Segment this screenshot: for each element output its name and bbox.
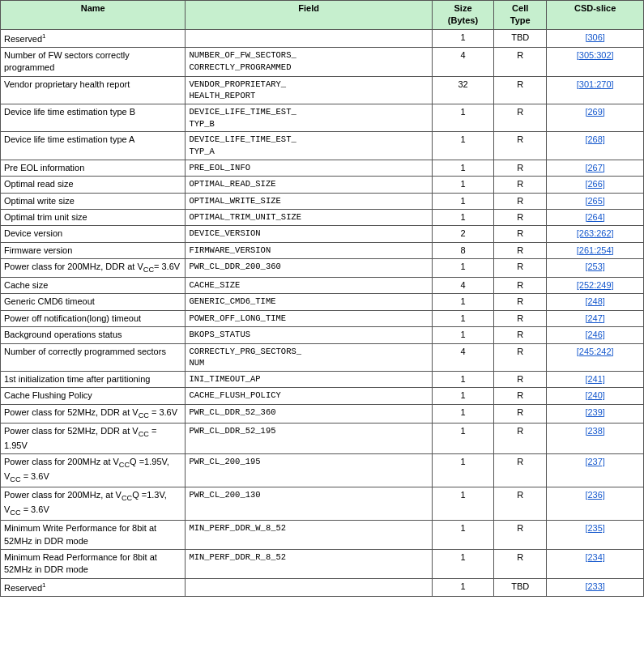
table-row: Device life time estimation type BDEVICE… [1,104,644,131]
cell-name: Power class for 200MHz at VCCQ =1.95V, V… [1,454,186,487]
cell-type: R [494,423,547,453]
cell-type: TBD [494,578,547,596]
cell-type: TBD [494,29,547,47]
cell-field: PWR_CL_DDR_52_360 [186,404,433,423]
cell-csd: [265] [547,193,644,209]
cell-field: POWER_OFF_LONG_TIME [186,310,433,326]
cell-type: R [494,226,547,242]
cell-name: Firmware version [1,242,186,258]
cell-csd: [269] [547,104,644,131]
cell-type: R [494,404,547,423]
cell-csd: [266] [547,177,644,193]
cell-type: R [494,177,547,193]
cell-size: 1 [432,132,493,160]
cell-name: Minimum Write Performance for 8bit at 52… [1,521,186,550]
cell-size: 2 [432,226,493,242]
cell-name: Device life time estimation type B [1,104,186,131]
cell-size: 1 [432,310,493,326]
cell-type: R [494,487,547,521]
cell-size: 1 [432,423,493,453]
cell-type: R [494,310,547,326]
cell-csd: [246] [547,327,644,343]
cell-type: R [494,550,547,579]
cell-csd: [245:242] [547,343,644,371]
main-table: Name Field Size(Bytes) CellType CSD-slic… [0,0,644,597]
cell-name: 1st initialization time after partitioni… [1,372,186,388]
table-row: Minimum Write Performance for 8bit at 52… [1,521,644,550]
cell-size: 1 [432,550,493,579]
cell-field [186,578,433,596]
cell-name: Optimal write size [1,193,186,209]
cell-field: PRE_EOL_INFO [186,160,433,176]
cell-type: R [494,193,547,209]
cell-size: 1 [432,104,493,131]
cell-field: PWR_CL_200_195 [186,454,433,487]
table-row: Cache sizeCACHE_SIZE4R[252:249] [1,278,644,294]
cell-name: Vendor proprietary health report [1,76,186,104]
table-row: Reserved11TBD[233] [1,578,644,596]
cell-name: Power class for 200MHz, DDR at VCC= 3.6V [1,259,186,278]
cell-field: INI_TIMEOUT_AP [186,372,433,388]
cell-size: 1 [432,29,493,47]
cell-field: CACHE_SIZE [186,278,433,294]
cell-field: CORRECTLY_PRG_SECTORS_NUM [186,343,433,371]
cell-csd: [264] [547,209,644,225]
cell-size: 1 [432,404,493,423]
table-row: Vendor proprietary health reportVENDOR_P… [1,76,644,104]
cell-size: 1 [432,193,493,209]
table-row: Power class for 200MHz, DDR at VCC= 3.6V… [1,259,644,278]
cell-name: Device version [1,226,186,242]
cell-size: 4 [432,47,493,76]
cell-name: Number of correctly programmed sectors [1,343,186,371]
cell-csd: [235] [547,521,644,550]
cell-field: MIN_PERF_DDR_R_8_52 [186,550,433,579]
cell-type: R [494,278,547,294]
cell-type: R [494,47,547,76]
table-row: Optimal write sizeOPTIMAL_WRITE_SIZE1R[2… [1,193,644,209]
cell-name: Minimum Read Performance for 8bit at 52M… [1,550,186,579]
cell-field: DEVICE_LIFE_TIME_EST_TYP_A [186,132,433,160]
cell-csd: [241] [547,372,644,388]
cell-csd: [253] [547,259,644,278]
cell-name: Reserved1 [1,578,186,596]
table-row: Pre EOL informationPRE_EOL_INFO1R[267] [1,160,644,176]
cell-size: 1 [432,454,493,487]
cell-size: 1 [432,327,493,343]
table-row: Firmware versionFIRMWARE_VERSION8R[261:2… [1,242,644,258]
table-row: Number of correctly programmed sectorsCO… [1,343,644,371]
cell-type: R [494,294,547,310]
cell-size: 1 [432,209,493,225]
cell-field: MIN_PERF_DDR_W_8_52 [186,521,433,550]
cell-csd: [234] [547,550,644,579]
cell-name: Optimal trim unit size [1,209,186,225]
cell-field: VENDOR_PROPRIETARY_HEALTH_REPORT [186,76,433,104]
cell-field: OPTIMAL_WRITE_SIZE [186,193,433,209]
table-row: Number of FW sectors correctly programme… [1,47,644,76]
cell-field: PWR_CL_DDR_52_195 [186,423,433,453]
cell-type: R [494,521,547,550]
cell-type: R [494,259,547,278]
cell-name: Reserved1 [1,29,186,47]
table-row: Generic CMD6 timeoutGENERIC_CMD6_TIME1R[… [1,294,644,310]
cell-field: FIRMWARE_VERSION [186,242,433,258]
cell-name: Power class for 200MHz, at VCCQ =1.3V, V… [1,487,186,521]
table-row: Power off notification(long) timeoutPOWE… [1,310,644,326]
table-row: Reserved11TBD[306] [1,29,644,47]
cell-name: Cache Flushing Policy [1,388,186,404]
cell-field: GENERIC_CMD6_TIME [186,294,433,310]
cell-name: Generic CMD6 timeout [1,294,186,310]
table-row: Optimal trim unit sizeOPTIMAL_TRIM_UNIT_… [1,209,644,225]
cell-csd: [252:249] [547,278,644,294]
cell-name: Device life time estimation type A [1,132,186,160]
table-row: Device life time estimation type ADEVICE… [1,132,644,160]
table-row: Power class for 200MHz at VCCQ =1.95V, V… [1,454,644,487]
table-row: Power class for 200MHz, at VCCQ =1.3V, V… [1,487,644,521]
cell-field: NUMBER_OF_FW_SECTORS_CORRECTLY_PROGRAMME… [186,47,433,76]
cell-size: 1 [432,294,493,310]
cell-size: 8 [432,242,493,258]
cell-type: R [494,242,547,258]
cell-csd: [248] [547,294,644,310]
cell-size: 1 [432,372,493,388]
cell-name: Power class for 52MHz, DDR at VCC = 1.95… [1,423,186,453]
cell-type: R [494,343,547,371]
